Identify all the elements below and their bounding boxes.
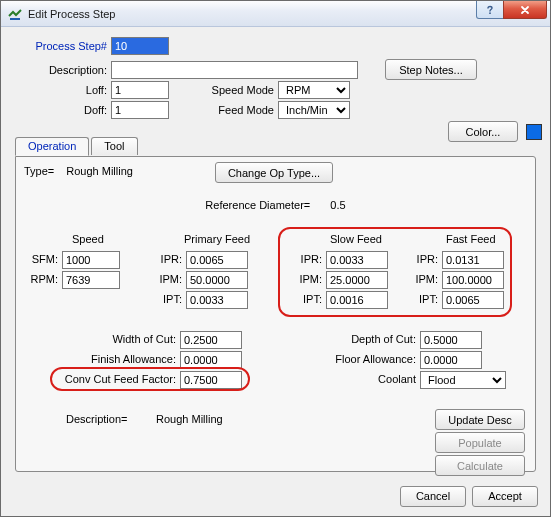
floor-allowance-field[interactable] (420, 351, 482, 369)
fast-ipm-label: IPM: (402, 273, 438, 285)
fast-ipr-field[interactable] (442, 251, 504, 269)
rpm-label: RPM: (16, 273, 58, 285)
feed-mode-select[interactable]: Inch/Min (278, 101, 350, 119)
primary-ipm-label: IPM: (146, 273, 182, 285)
sfm-field[interactable] (62, 251, 120, 269)
populate-button[interactable]: Populate (435, 432, 525, 453)
tab-strip: Operation Tool (15, 137, 140, 155)
description-field[interactable] (111, 61, 358, 79)
conv-cut-feed-factor-label: Conv Cut Feed Factor: (16, 373, 176, 385)
slow-ipm-field[interactable] (326, 271, 388, 289)
primary-ipr-field[interactable] (186, 251, 248, 269)
depth-of-cut-field[interactable] (420, 331, 482, 349)
fast-ipr-label: IPR: (402, 253, 438, 265)
coolant-select[interactable]: Flood (420, 371, 506, 389)
coolant-label: Coolant (296, 373, 416, 385)
width-of-cut-label: Width of Cut: (16, 333, 176, 345)
slow-ipt-label: IPT: (286, 293, 322, 305)
step-notes-button[interactable]: Step Notes... (385, 59, 477, 80)
finish-allowance-field[interactable] (180, 351, 242, 369)
window-title: Edit Process Step (28, 8, 115, 20)
primary-feed-header: Primary Feed (184, 233, 250, 245)
help-button[interactable] (476, 1, 504, 19)
color-swatch (526, 124, 542, 140)
loff-label: Loff: (9, 84, 107, 96)
sfm-label: SFM: (16, 253, 58, 265)
speed-mode-select[interactable]: RPM (278, 81, 350, 99)
depth-of-cut-label: Depth of Cut: (296, 333, 416, 345)
feed-mode-label: Feed Mode (169, 104, 274, 116)
window-buttons (477, 1, 547, 19)
primary-ipr-label: IPR: (146, 253, 182, 265)
doff-field[interactable] (111, 101, 169, 119)
finish-allowance-label: Finish Allowance: (16, 353, 176, 365)
process-step-field[interactable] (111, 37, 169, 55)
svg-point-0 (489, 12, 491, 14)
cancel-button[interactable]: Cancel (400, 486, 466, 507)
slow-ipm-label: IPM: (286, 273, 322, 285)
conv-cut-feed-factor-field[interactable] (180, 371, 242, 389)
primary-ipm-field[interactable] (186, 271, 248, 289)
reference-diameter-row: Reference Diameter= 0.5 (16, 199, 535, 211)
rpm-field[interactable] (62, 271, 120, 289)
speed-mode-label: Speed Mode (169, 84, 274, 96)
calculate-button[interactable]: Calculate (435, 455, 525, 476)
type-label: Type= (24, 165, 54, 177)
slow-ipr-field[interactable] (326, 251, 388, 269)
edit-process-step-window: Edit Process Step Process Step# Descript… (0, 0, 551, 517)
accept-button[interactable]: Accept (472, 486, 538, 507)
description-label: Description: (9, 64, 107, 76)
close-button[interactable] (503, 1, 547, 19)
fast-feed-header: Fast Feed (446, 233, 496, 245)
fast-ipm-field[interactable] (442, 271, 504, 289)
description2-value: Rough Milling (156, 413, 223, 425)
primary-ipt-label: IPT: (146, 293, 182, 305)
loff-field[interactable] (111, 81, 169, 99)
change-op-type-button[interactable]: Change Op Type... (215, 162, 333, 183)
speed-header: Speed (72, 233, 104, 245)
update-desc-button[interactable]: Update Desc (435, 409, 525, 430)
fast-ipt-label: IPT: (402, 293, 438, 305)
color-button[interactable]: Color... (448, 121, 518, 142)
doff-label: Doff: (9, 104, 107, 116)
floor-allowance-label: Floor Allowance: (296, 353, 416, 365)
title-bar: Edit Process Step (1, 1, 550, 27)
app-icon (7, 6, 23, 22)
slow-ipt-field[interactable] (326, 291, 388, 309)
reference-diameter-label: Reference Diameter= (205, 199, 310, 211)
fast-ipt-field[interactable] (442, 291, 504, 309)
reference-diameter-value: 0.5 (330, 199, 345, 211)
slow-ipr-label: IPR: (286, 253, 322, 265)
primary-ipt-field[interactable] (186, 291, 248, 309)
client-area: Process Step# Description: Step Notes...… (1, 27, 550, 516)
tab-tool[interactable]: Tool (91, 137, 137, 155)
width-of-cut-field[interactable] (180, 331, 242, 349)
type-value: Rough Milling (66, 165, 133, 177)
description2-label: Description= (66, 413, 127, 425)
operation-tab-page: Type= Rough Milling Change Op Type... Re… (15, 156, 536, 472)
dialog-footer: Cancel Accept (1, 476, 550, 516)
slow-feed-header: Slow Feed (330, 233, 382, 245)
process-step-label: Process Step# (9, 40, 107, 52)
tab-operation[interactable]: Operation (15, 137, 89, 156)
